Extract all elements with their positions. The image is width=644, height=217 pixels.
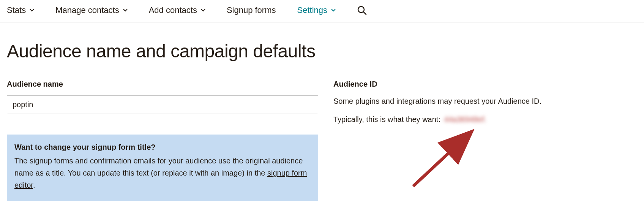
chevron-down-icon	[30, 8, 34, 13]
nav-stats[interactable]: Stats	[7, 5, 34, 15]
svg-line-3	[413, 133, 470, 186]
audience-name-input[interactable]	[7, 95, 318, 114]
column-left: Audience name Want to change your signup…	[7, 80, 318, 201]
search-icon[interactable]	[357, 5, 367, 15]
audience-id-prefix: Typically, this is what they want:	[333, 115, 443, 124]
annotation-arrow-icon	[409, 129, 478, 190]
nav-settings[interactable]: Settings	[297, 5, 336, 15]
info-body-before: The signup forms and confirmation emails…	[14, 157, 303, 177]
nav-label: Manage contacts	[55, 5, 119, 15]
audience-name-label: Audience name	[7, 80, 318, 89]
nav-label: Settings	[297, 5, 328, 15]
columns: Audience name Want to change your signup…	[0, 69, 644, 201]
info-box-title: Want to change your signup form title?	[14, 143, 311, 152]
page-title: Audience name and campaign defaults	[0, 22, 644, 69]
nav-label: Stats	[7, 5, 26, 15]
chevron-down-icon	[123, 8, 128, 13]
audience-id-value: 44a36948ef.	[443, 115, 486, 124]
nav-bar: Stats Manage contacts Add contacts Signu…	[0, 0, 644, 22]
svg-line-1	[363, 12, 366, 14]
nav-signup-forms[interactable]: Signup forms	[227, 5, 276, 15]
audience-id-description: Some plugins and integrations may reques…	[333, 95, 637, 107]
audience-id-heading: Audience ID	[333, 80, 637, 89]
nav-add-contacts[interactable]: Add contacts	[149, 5, 205, 15]
nav-manage-contacts[interactable]: Manage contacts	[55, 5, 128, 15]
nav-label: Signup forms	[227, 5, 276, 15]
info-body-after: .	[33, 181, 35, 189]
nav-label: Add contacts	[149, 5, 197, 15]
chevron-down-icon	[331, 8, 336, 13]
info-box-body: The signup forms and confirmation emails…	[14, 155, 311, 191]
audience-id-row: Typically, this is what they want: 44a36…	[333, 115, 637, 124]
column-right: Audience ID Some plugins and integration…	[333, 80, 637, 201]
info-box: Want to change your signup form title? T…	[7, 135, 318, 201]
chevron-down-icon	[201, 8, 205, 13]
